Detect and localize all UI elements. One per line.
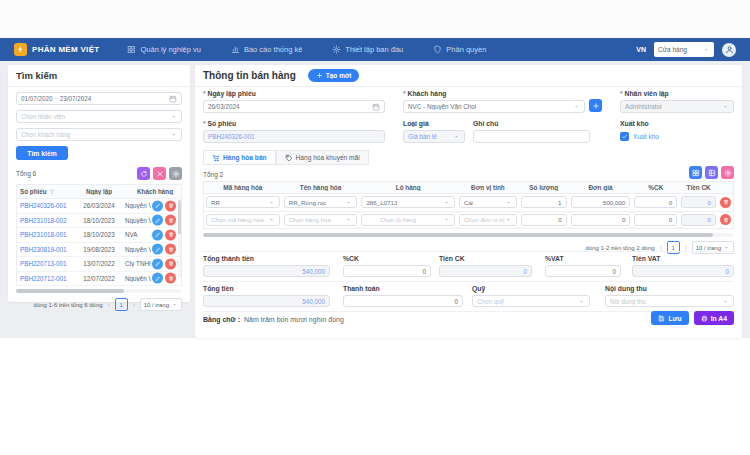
nhan-vien-lap-select[interactable]: Administrator (620, 100, 734, 113)
edit-button[interactable] (152, 215, 163, 226)
table-row[interactable]: PBH231018-001 18/10/2023 NVA (17, 228, 181, 243)
item-don-gia-input[interactable]: 500,000 (571, 196, 631, 208)
sales-info-panel: Thông tin bán hàng Tạo mới Ngày lập phiế… (195, 65, 742, 338)
ngay-lap-phieu-input[interactable]: 26/03/2024 (203, 100, 385, 113)
quy-select[interactable]: Chọn quỹ (472, 295, 590, 307)
search-button[interactable]: Tìm kiếm (16, 146, 68, 160)
noi-dung-thu-select[interactable]: Nội dung thu (605, 295, 734, 307)
item-so-luong-input[interactable]: 0 (521, 214, 567, 226)
add-customer-button[interactable] (589, 99, 602, 112)
label-xuat-kho: Xuất kho (620, 120, 734, 127)
delete-button[interactable] (165, 215, 176, 226)
item-row: RR RR_Ròng rọc 286_L0713 Cái 1 500,000 0… (203, 194, 734, 212)
item-pct-ck-input[interactable]: 0 (634, 196, 677, 208)
items-horizontal-scrollbar[interactable] (203, 233, 734, 237)
chevron-down-icon (505, 216, 512, 223)
delete-button[interactable] (165, 258, 176, 269)
user-avatar-icon[interactable] (722, 43, 736, 57)
save-button[interactable]: Lưu (651, 311, 688, 325)
chevron-right-icon[interactable] (131, 302, 137, 308)
clear-filter-button[interactable] (153, 167, 166, 180)
horizontal-scrollbar[interactable] (16, 289, 182, 293)
create-new-button[interactable]: Tạo mới (308, 69, 360, 82)
item-lo-select[interactable]: 286_L0713 (361, 196, 455, 208)
edit-button[interactable] (152, 244, 163, 255)
delete-item-button[interactable] (720, 197, 731, 208)
item-ma-select[interactable]: Chọn mã hàng hóa (206, 214, 280, 226)
edit-button[interactable] (152, 273, 163, 284)
language-toggle[interactable]: VN (636, 46, 646, 53)
chevron-right-icon[interactable] (683, 245, 689, 251)
cell-so-phieu[interactable]: PBH220713-001 (17, 260, 75, 267)
item-dvt-select[interactable]: Cái (459, 196, 517, 208)
refresh-button[interactable] (137, 167, 150, 180)
tab-hang-hoa-khuyen-mai[interactable]: Hàng hóa khuyến mãi (276, 150, 369, 165)
table-row[interactable]: PBH231018-002 18/10/2023 Nguyễn Văn Chồi (17, 214, 181, 229)
gear-icon (724, 169, 732, 177)
delete-button[interactable] (165, 200, 176, 211)
chevron-down-icon (268, 216, 275, 223)
item-dvt-select[interactable]: Chọn đơn vị tính (459, 214, 517, 226)
customer-select[interactable]: Chọn khách hàng (16, 128, 182, 141)
tab-hang-hoa-ban[interactable]: Hàng hóa bán (203, 150, 276, 165)
nav-item-thiet-lap-ban-dau[interactable]: Thiết lập ban đầu (332, 45, 403, 54)
page-number[interactable]: 1 (115, 298, 128, 311)
vertical-scrollbar[interactable] (178, 198, 181, 278)
item-ma-select[interactable]: RR (206, 196, 280, 208)
chevron-left-icon[interactable] (106, 302, 112, 308)
loai-gia-select[interactable]: Giá bán lẻ (403, 130, 465, 143)
ghi-chu-input[interactable] (473, 130, 590, 143)
edit-button[interactable] (152, 258, 163, 269)
edit-button[interactable] (152, 200, 163, 211)
chevron-left-icon[interactable] (658, 245, 664, 251)
table-settings-button[interactable] (169, 167, 182, 180)
item-don-gia-input[interactable]: 0 (571, 214, 631, 226)
items-grid-button[interactable] (689, 166, 702, 179)
nav-menu: Quản lý nghiệp vụ Báo cáo thống kê Thiết… (127, 45, 486, 54)
xuat-kho-checkbox[interactable] (620, 132, 629, 141)
employee-select[interactable]: Chọn nhân viên (16, 110, 182, 123)
item-pct-ck-input[interactable]: 0 (634, 214, 677, 226)
table-row[interactable]: PBH220712-001 12/07/2022 Nguyễn Văn Chồi (17, 272, 181, 287)
nav-item-phan-quyen[interactable]: Phân quyền (433, 45, 486, 54)
so-phieu-value: PBH240326-001 (208, 133, 255, 140)
cell-so-phieu[interactable]: PBH231018-002 (17, 217, 75, 224)
date-range-input[interactable]: 01/07/2020 ~ 23/07/2024 (16, 92, 182, 105)
filter-icon[interactable] (49, 189, 55, 195)
delete-button[interactable] (165, 244, 176, 255)
items-columns-button[interactable] (705, 166, 718, 179)
item-ten-select[interactable]: RR_Ròng rọc (284, 196, 358, 208)
nav-item-bao-cao-thong-ke[interactable]: Báo cáo thống kê (231, 45, 302, 54)
receipts-table-header: Số phiếu Ngày lập Khách hàng (17, 185, 181, 199)
khach-hang-select[interactable]: NVC - Nguyễn Văn Chồi (403, 100, 585, 113)
item-so-luong-input[interactable]: 1 (521, 196, 567, 208)
plus-icon (592, 102, 600, 110)
delete-button[interactable] (165, 229, 176, 240)
table-row[interactable]: PBH220713-001 13/07/2022 Cty TNHH Hoàn T… (17, 257, 181, 272)
table-row[interactable]: PBH230819-001 19/08/2023 Nguyễn Văn Chồi (17, 243, 181, 258)
table-row[interactable]: PBH240326-001 26/03/2024 Nguyễn Văn Chồi (17, 199, 181, 214)
nav-item-quan-ly-nghiep-vu[interactable]: Quản lý nghiệp vụ (127, 45, 200, 54)
store-select[interactable]: Cửa hàng (654, 42, 714, 57)
edit-button[interactable] (152, 229, 163, 240)
label-pct-vat: %VAT (545, 255, 621, 262)
cell-so-phieu[interactable]: PBH230819-001 (17, 246, 75, 253)
pct-vat-input[interactable]: 0 (545, 265, 621, 277)
item-ten-select[interactable]: Chọn hàng hóa (284, 214, 358, 226)
cell-so-phieu[interactable]: PBH240326-001 (17, 202, 75, 209)
pct-ck-input[interactable]: 0 (343, 265, 431, 277)
cell-so-phieu[interactable]: PBH220712-001 (17, 275, 75, 282)
pagination-summary: dòng 1-2 trên tổng 2 dòng (586, 245, 655, 251)
page-size-select[interactable]: 10 / trang (140, 298, 182, 311)
tong-thanh-tien-input: 540,000 (203, 265, 330, 277)
items-settings-button[interactable] (721, 166, 734, 179)
item-lo-select[interactable]: Chọn lô hàng (361, 214, 455, 226)
print-a4-button[interactable]: In A4 (694, 311, 734, 325)
search-panel-body: 01/07/2020 ~ 23/07/2024 Chọn nhân viên C… (8, 87, 190, 311)
delete-button[interactable] (165, 273, 176, 284)
thanh-toan-input[interactable]: 0 (343, 295, 463, 307)
cell-ngay-lap: 18/10/2023 (75, 231, 123, 238)
delete-item-button[interactable] (720, 214, 731, 225)
header-lo-hang: Lô hàng (359, 184, 457, 191)
cell-so-phieu[interactable]: PBH231018-001 (17, 231, 75, 238)
